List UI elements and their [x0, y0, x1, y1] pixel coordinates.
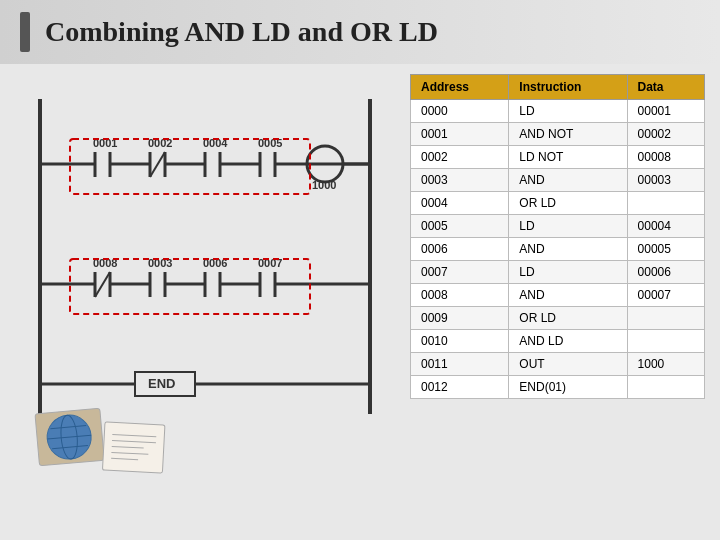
svg-line-15	[150, 152, 165, 177]
table-row: 0003AND00003	[411, 169, 705, 192]
table-cell-4-2	[627, 192, 704, 215]
table-cell-6-2: 00005	[627, 238, 704, 261]
table-cell-5-0: 0005	[411, 215, 509, 238]
table-cell-2-0: 0002	[411, 146, 509, 169]
table-cell-11-0: 0011	[411, 353, 509, 376]
table-cell-3-2: 00003	[627, 169, 704, 192]
ladder-diagram: 0001 0002 0004 0005	[15, 84, 385, 474]
table-cell-5-2: 00004	[627, 215, 704, 238]
table-cell-8-0: 0008	[411, 284, 509, 307]
table-row: 0006AND00005	[411, 238, 705, 261]
table-cell-6-0: 0006	[411, 238, 509, 261]
ladder-area: 0001 0002 0004 0005	[15, 74, 395, 530]
table-row: 0010AND LD	[411, 330, 705, 353]
table-cell-9-2	[627, 307, 704, 330]
table-cell-10-2	[627, 330, 704, 353]
svg-text:1000: 1000	[312, 179, 336, 191]
table-cell-0-1: LD	[509, 100, 627, 123]
svg-text:END: END	[148, 376, 175, 391]
table-row: 0004OR LD	[411, 192, 705, 215]
instruction-table: Address Instruction Data 0000LD000010001…	[410, 74, 705, 399]
table-cell-2-2: 00008	[627, 146, 704, 169]
table-row: 0005LD00004	[411, 215, 705, 238]
table-cell-4-1: OR LD	[509, 192, 627, 215]
table-cell-1-0: 0001	[411, 123, 509, 146]
table-cell-12-1: END(01)	[509, 376, 627, 399]
col-header-data: Data	[627, 75, 704, 100]
table-cell-1-1: AND NOT	[509, 123, 627, 146]
table-cell-12-0: 0012	[411, 376, 509, 399]
col-header-address: Address	[411, 75, 509, 100]
table-cell-10-0: 0010	[411, 330, 509, 353]
table-row: 0008AND00007	[411, 284, 705, 307]
table-cell-0-2: 00001	[627, 100, 704, 123]
table-cell-3-0: 0003	[411, 169, 509, 192]
col-header-instruction: Instruction	[509, 75, 627, 100]
table-row: 0007LD00006	[411, 261, 705, 284]
table-cell-7-2: 00006	[627, 261, 704, 284]
table-cell-12-2	[627, 376, 704, 399]
table-cell-5-1: LD	[509, 215, 627, 238]
content: 0001 0002 0004 0005	[0, 64, 720, 540]
header-accent	[20, 12, 30, 52]
table-cell-9-0: 0009	[411, 307, 509, 330]
table-cell-8-2: 00007	[627, 284, 704, 307]
table-cell-6-1: AND	[509, 238, 627, 261]
table-area: Address Instruction Data 0000LD000010001…	[410, 74, 705, 530]
table-cell-8-1: AND	[509, 284, 627, 307]
table-cell-0-0: 0000	[411, 100, 509, 123]
table-row: 0011OUT1000	[411, 353, 705, 376]
svg-line-35	[95, 272, 110, 297]
table-cell-9-1: OR LD	[509, 307, 627, 330]
table-row: 0002LD NOT00008	[411, 146, 705, 169]
table-cell-3-1: AND	[509, 169, 627, 192]
table-row: 0009OR LD	[411, 307, 705, 330]
table-row: 0012END(01)	[411, 376, 705, 399]
page-title: Combining AND LD and OR LD	[45, 16, 438, 48]
table-cell-10-1: AND LD	[509, 330, 627, 353]
table-row: 0001AND NOT00002	[411, 123, 705, 146]
table-row: 0000LD00001	[411, 100, 705, 123]
table-cell-11-1: OUT	[509, 353, 627, 376]
table-cell-2-1: LD NOT	[509, 146, 627, 169]
table-cell-7-1: LD	[509, 261, 627, 284]
table-cell-7-0: 0007	[411, 261, 509, 284]
header: Combining AND LD and OR LD	[0, 0, 720, 64]
table-cell-4-0: 0004	[411, 192, 509, 215]
table-cell-11-2: 1000	[627, 353, 704, 376]
page: Combining AND LD and OR LD	[0, 0, 720, 540]
table-cell-1-2: 00002	[627, 123, 704, 146]
